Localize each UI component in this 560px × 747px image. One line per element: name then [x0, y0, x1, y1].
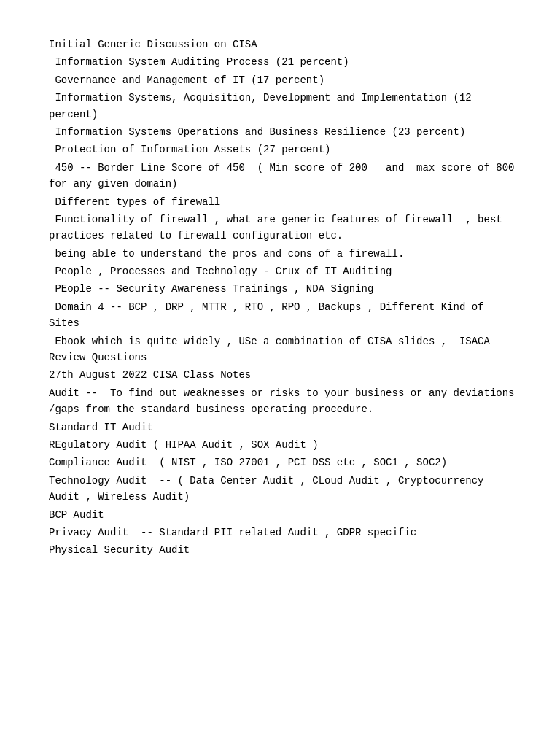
line-50: Physical Security Audit [49, 542, 516, 558]
line-48: Privacy Audit -- Standard PII related Au… [49, 525, 516, 541]
line-5: Governance and Management of IT (17 perc… [49, 72, 516, 88]
line-38: Standard IT Audit [49, 419, 516, 436]
line-21: People , Processes and Technology - Crux… [49, 263, 516, 279]
line-46: BCP Audit [49, 507, 516, 523]
line-44: Technology Audit -- ( Data Center Audit … [49, 473, 516, 506]
line-15: Different types of firewall [49, 194, 516, 210]
line-13: 450 -- Border Line Score of 450 ( Min sc… [49, 160, 516, 193]
line-23: PEople -- Security Awareness Trainings ,… [49, 281, 516, 297]
line-9: Information Systems Operations and Busin… [49, 124, 516, 140]
line-11: Protection of Information Assets (27 per… [49, 142, 516, 158]
line-19: being able to understand the pros and co… [49, 246, 516, 262]
line-1: Initial Generic Discussion on CISA [49, 36, 516, 53]
line-28: Ebook which is quite widely , USe a comb… [49, 333, 516, 366]
line-32: 27th August 2022 CISA Class Notes [49, 367, 516, 383]
line-35: Audit -- To find out weaknesses or risks… [49, 385, 516, 418]
line-40: REgulatory Audit ( HIPAA Audit , SOX Aud… [49, 437, 516, 453]
line-3: Information System Auditing Process (21 … [49, 54, 516, 70]
document-content: Initial Generic Discussion on CISA Infor… [49, 36, 516, 559]
line-25: Domain 4 -- BCP , DRP , MTTR , RTO , RPO… [49, 299, 516, 332]
line-42: Compliance Audit ( NIST , ISO 27001 , PC… [49, 454, 516, 471]
line-7: Information Systems, Acquisition, Develo… [49, 90, 516, 123]
line-17: Functionality of firewall , what are gen… [49, 212, 516, 244]
